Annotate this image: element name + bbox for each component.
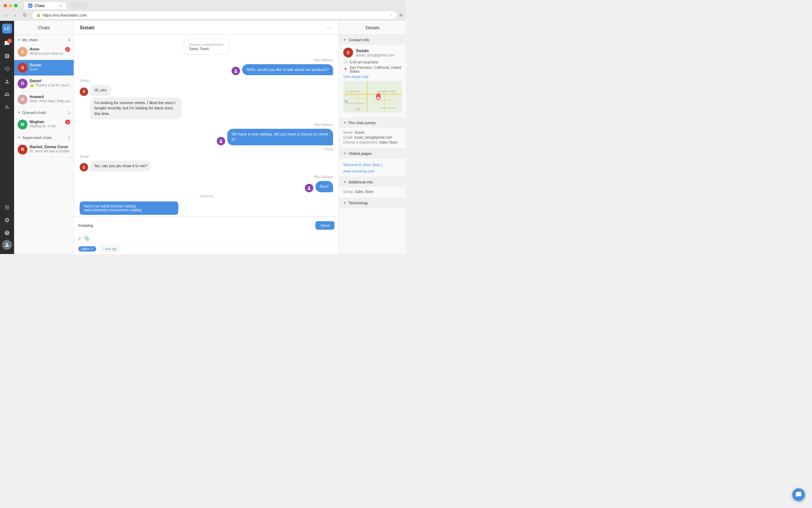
msg-status-delivered: Delivered (80, 194, 333, 198)
my-chats-label: My chats (22, 38, 38, 42)
chat-item-howard[interactable]: H Howard Hello. How may I help you? (14, 92, 74, 108)
contact-time-row: 🕐 6:40 am local time (343, 60, 402, 64)
dept-label: Choose a department: (189, 43, 224, 47)
svg-text:Map data ©2018 Google: Map data ©2018 Google (380, 107, 396, 109)
survey-email-row: Email: susan_berg@gmail.com (343, 135, 402, 139)
lock-icon: 🔒 (36, 13, 41, 17)
queued-chats-section-header[interactable]: ▼ Queued chats 1 (14, 108, 74, 117)
queued-chats-title: ▼ Queued chats (18, 110, 46, 115)
user-avatar[interactable] (2, 240, 12, 250)
chat-list-header: Chats (14, 21, 74, 35)
msg-row-nopls: S No, can you pls show it to me? (80, 161, 333, 171)
technology-header[interactable]: ▼ Technology (339, 198, 406, 208)
map-link[interactable]: View larger map (343, 75, 402, 79)
nav-chats[interactable]: 3 (1, 38, 13, 49)
forward-button[interactable]: › (12, 12, 18, 19)
svg-rect-6 (373, 99, 396, 100)
contact-info-section: ▼ Contact info S Susan susan_berg@gmail.… (339, 35, 406, 118)
nav-help[interactable] (1, 227, 13, 238)
chat-item-rachel[interactable]: R Rachel, Emma Corse Hi, sorry we had a … (14, 142, 74, 158)
nav-settings[interactable] (1, 214, 13, 226)
map-container: AL HEIGHTS HUNTERS POINT VISITACION VALL… (343, 81, 402, 113)
avatar-anne: A (18, 47, 27, 57)
agent-avatar-3 (305, 184, 313, 192)
msg-group-sure: Mia Wallace Sure! Delivered (80, 175, 333, 198)
contact-local-time: 6:40 am local time (350, 60, 378, 64)
nav-history[interactable] (1, 63, 13, 74)
back-button[interactable]: ‹ (4, 12, 10, 19)
nav-team[interactable] (1, 89, 13, 100)
survey-dept-label: Choose a department: (343, 140, 379, 144)
contact-info-header[interactable]: ▼ Contact info (339, 35, 406, 45)
plus-icon: + (102, 247, 104, 251)
pre-chat-title: Pre-chat survey (349, 121, 376, 125)
chat-preview-howard: Hello. How may I help you? (30, 99, 70, 103)
refresh-button[interactable]: ↻ (21, 12, 29, 19)
chat-more-button[interactable]: ··· (326, 24, 333, 31)
new-tab-area (70, 2, 88, 9)
msg-row-hiyes: S Hi, yes. (80, 85, 333, 96)
chat-header-title: Susan (80, 25, 94, 30)
tab-close-button[interactable]: ✕ (59, 4, 62, 8)
chat-preview-rachel: Hi, sorry we had a problem with the ... (30, 149, 70, 153)
supervised-chats-label: Supervised chats (22, 135, 52, 140)
msg-bubble-shoes: I'm looking for summer shoes. I liked th… (90, 97, 182, 119)
chat-item-anne[interactable]: A Anne What is your return policy? 2 (14, 44, 74, 60)
browser-menu-icon[interactable]: ≡ (400, 12, 402, 18)
close-dot[interactable] (4, 4, 7, 7)
chat-badge-anne: 2 (65, 47, 70, 52)
nav-apps[interactable] (1, 202, 13, 213)
chat-item-susan[interactable]: S Susan Sure! (14, 60, 74, 76)
survey-email-label: Email: (343, 135, 354, 139)
chat-input-area: Send # 📎 sales ✕ + add tag (74, 216, 339, 254)
additional-info-header[interactable]: ▼ Additional info (339, 177, 406, 187)
maximize-dot[interactable] (14, 4, 18, 7)
bookmark-icon[interactable]: ☆ (389, 13, 393, 17)
chat-badge-meghan: 1 (65, 120, 70, 125)
dept-bubble: Choose a department: Sales Team (184, 39, 229, 55)
address-bar[interactable]: 🔒 https://my.livechatinc.com ☆ (32, 11, 396, 19)
sender-susan-2: Susan (80, 155, 333, 158)
visited-pages-header[interactable]: ▼ Visited pages (339, 149, 406, 158)
attachment-icon[interactable]: 📎 (84, 236, 90, 241)
contact-location: San Francisco, California, United States (350, 66, 402, 73)
msg-row-greeting: Hello, would you like to talk about our … (80, 64, 333, 75)
tab-icon: LC (28, 4, 32, 8)
nav-reports[interactable] (1, 50, 13, 62)
my-chats-section-header[interactable]: ▼ My chats 4 (14, 35, 74, 44)
avatar-susan-msg: S (80, 87, 88, 96)
input-box: Send (74, 217, 339, 234)
contact-info-content: S Susan susan_berg@gmail.com 🕐 6:40 am l… (339, 45, 406, 117)
pre-chat-survey-header[interactable]: ▼ Pre-chat survey (339, 118, 406, 128)
visited-pages-content: Welcome to Shoe Shop | www.shoeshop.com (339, 158, 406, 177)
nav-visitors[interactable] (1, 76, 13, 87)
suggestion-bubble[interactable]: Here's our latest summer catalog: www.sh… (80, 201, 178, 215)
chat-item-meghan[interactable]: M Meghan Waiting for 1 min 1 (14, 117, 74, 133)
survey-name-value: Susan (355, 131, 364, 134)
chat-info-howard: Howard Hello. How may I help you? (30, 95, 70, 103)
minimize-dot[interactable] (9, 4, 12, 7)
contact-location-row: 📍 San Francisco, California, United Stat… (343, 66, 402, 73)
hashtag-icon[interactable]: # (78, 236, 81, 241)
add-tag-button[interactable]: + add tag (98, 246, 119, 252)
svg-text:AL HEIGHTS: AL HEIGHTS (346, 90, 360, 93)
message-input[interactable] (78, 223, 315, 228)
my-chats-count: 4 (68, 38, 70, 42)
chat-header: Susan ··· (74, 21, 339, 35)
avatar-susan-msg2: S (80, 163, 88, 171)
tag-sales-close[interactable]: ✕ (91, 247, 93, 251)
visited-page-link[interactable]: Welcome to Shoe Shop | www.shoeshop.com (343, 163, 382, 173)
nav-stats[interactable] (1, 101, 13, 113)
chat-item-daniel[interactable]: D Daniel 👍 Thank's a lot for your help! (14, 76, 74, 92)
survey-email-value: susan_berg@gmail.com (354, 135, 392, 139)
chat-name-rachel: Rachel, Emma Corse (30, 145, 70, 149)
send-button[interactable]: Send (315, 221, 334, 230)
chat-info-anne: Anne What is your return policy? (30, 47, 63, 55)
supervised-chats-section-header[interactable]: ▼ Supervised chats 1 (14, 133, 74, 142)
chat-info-susan: Susan Sure! (30, 63, 70, 71)
chat-name-daniel: Daniel (30, 79, 70, 83)
survey-dept-row: Choose a department: Sales Team (343, 140, 402, 144)
agent-avatar-1 (232, 67, 240, 75)
browser-tab[interactable]: LC Chats ✕ (24, 2, 66, 9)
contact-name-email: Susan susan_berg@gmail.com (356, 48, 394, 57)
